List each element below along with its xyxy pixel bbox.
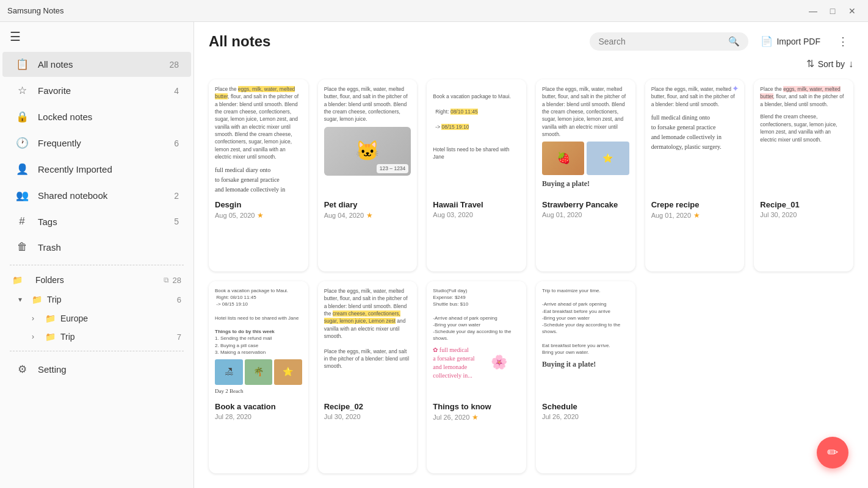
sort-arrow-button[interactable]: ↓ [848,59,853,70]
trash-icon: 🗑 [15,241,29,253]
sidebar-item-recently-imported[interactable]: 👤 Recently Imported [2,157,191,182]
note-date: Aug 01, 2020 ★ [651,211,739,220]
chevron-right-icon: › [32,314,42,323]
note-title: Strawberry Pancake [542,200,629,209]
sidebar-count: 28 [169,60,179,70]
sidebar-label: Trash [38,242,179,253]
note-card-desgin[interactable]: Place the eggs, milk, water, melted butt… [209,79,308,271]
note-title: Hawaii Travel [433,200,520,209]
note-footer: Crepe recipe Aug 01, 2020 ★ [645,195,745,226]
folders-label: Folders [35,275,164,285]
favorite-icon: ☆ [15,84,29,97]
sidebar-label: Frequently [38,138,174,148]
note-preview: Place the eggs, milk, water, melted butt… [536,79,635,195]
sidebar-item-favorite[interactable]: ☆ Favorite 4 [2,78,191,103]
note-card-pet-diary[interactable]: Place the eggs, milk, water, melted butt… [318,79,418,271]
note-date: Jul 28, 2020 [215,413,302,420]
search-input[interactable] [598,37,728,46]
preview-text: Book a vacation package to Maui. Right: … [433,85,520,160]
maximize-button[interactable]: □ [824,2,841,20]
folder-item-europe[interactable]: › 📁 Europe [0,309,193,328]
preview-text: Book a vacation package to Maui. Right: … [215,287,302,356]
sidebar: ☰ 📋 All notes 28 ☆ Favorite 4 🔒 Locked n… [0,22,194,488]
preview-text: Place the eggs, milk, water, melted butt… [324,85,411,123]
note-date: Aug 05, 2020 ★ [215,211,302,220]
note-preview: Trip to maximize your time. -Arrive ahea… [536,281,635,397]
preview-photos: 🏖 🌴 ⭐ [215,359,302,385]
note-title: Desgin [215,200,302,209]
note-preview: Book a vacation package to Maui. Right: … [209,281,308,397]
sidebar-item-setting[interactable]: ⚙ Setting [2,357,191,382]
sidebar-count: 6 [174,138,179,148]
preview-handwriting: full medical diary ontoto forsake genera… [215,165,302,195]
sidebar-count: 5 [174,217,179,226]
hamburger-menu[interactable]: ☰ [10,30,21,43]
note-card-hawaii[interactable]: Book a vacation package to Maui. Right: … [427,79,526,271]
note-card-recipe01[interactable]: Place the eggs, milk, water, melted butt… [754,79,853,271]
note-preview: Place the eggs, milk, water, melted butt… [318,281,418,397]
note-title: Schedule [542,402,629,411]
notes-grid: Place the eggs, milk, water, melted butt… [194,74,868,488]
sidebar-header: ☰ [0,22,193,51]
note-preview: Place the eggs, milk, water, melted butt… [754,79,853,195]
sidebar-item-all-notes[interactable]: 📋 All notes 28 [2,52,191,77]
folders-section[interactable]: 📁 Folders ⧉ 28 [0,270,193,290]
folder-item-trip[interactable]: ▾ 📁 Trip 6 [0,290,193,309]
photo2: 🌴 [245,359,273,385]
preview-handwriting: Day 2 Beach [215,387,302,395]
import-icon: 👤 [15,163,29,176]
note-date: Jul 26, 2020 [542,413,629,420]
note-card-schedule[interactable]: Trip to maximize your time. -Arrive ahea… [536,281,635,473]
shared-icon: 👥 [15,189,29,202]
more-options-button[interactable]: ⋮ [833,32,853,51]
note-preview: Book a vacation package to Maui. Right: … [427,79,526,195]
folder-count: 6 [177,295,181,304]
sort-icon: ⇅ [806,58,814,70]
app-title: Samsung Notes [7,6,64,15]
note-card-recipe02[interactable]: Place the eggs, milk, water, melted butt… [318,281,418,473]
note-card-strawberry[interactable]: Place the eggs, milk, water, melted butt… [536,79,635,271]
note-card-vacation[interactable]: Book a vacation package to Maui. Right: … [209,281,308,473]
note-preview: Place the eggs, milk, water, melted butt… [645,79,745,195]
decoration-star: ✦ [732,83,739,95]
minimize-button[interactable]: — [805,2,822,20]
note-title: Crepe recipe [651,200,739,209]
note-footer: Hawaii Travel Aug 03, 2020 [427,195,526,224]
sidebar-item-shared-notebook[interactable]: 👥 Shared notebook 2 [2,183,191,208]
sidebar-item-locked-notes[interactable]: 🔒 Locked notes [2,104,191,129]
note-footer: Recipe_02 Jul 30, 2020 [318,397,418,426]
image-caption: 123 – 1234 [377,164,409,173]
sidebar-count: 4 [174,86,179,96]
preview-img-2: ⭐ [587,142,629,175]
cat-image-placeholder: 🐱 [355,137,380,165]
clock-icon: 🕐 [15,137,29,149]
sidebar-item-trash[interactable]: 🗑 Trash [2,235,191,259]
note-title: Recipe_01 [760,200,847,209]
note-card-things[interactable]: Studio(Full day) Expense: $249 Shuttle b… [427,281,526,473]
sidebar-item-frequently[interactable]: 🕐 Frequently 6 [2,131,191,156]
star-icon: ★ [472,413,479,422]
note-title: Recipe_02 [324,402,411,411]
sidebar-label: Tags [38,217,174,227]
new-note-fab[interactable]: ✏ [817,437,848,468]
folder-item-trip-sub[interactable]: › 📁 Trip 7 [0,328,193,346]
divider-1 [10,265,184,265]
search-box[interactable]: 🔍 [590,32,748,51]
close-button[interactable]: ✕ [844,2,861,20]
star-icon: ★ [366,211,373,220]
page-title: All notes [209,33,270,50]
setting-icon: ⚙ [15,363,29,376]
preview-text: Place the eggs, milk, water, melted butt… [651,85,739,108]
sidebar-label: Shared notebook [38,190,174,201]
preview-handwriting: ✿ full medicala forsake generaland lemon… [433,346,476,380]
import-pdf-button[interactable]: 📄 Import PDF [756,32,825,51]
photo3: ⭐ [274,359,302,385]
note-title: Pet diary [324,200,411,209]
sort-label: Sort by [818,59,845,69]
preview-handwriting: full medical dining ontoto forsake gener… [651,113,739,152]
sidebar-item-tags[interactable]: # Tags 5 [2,209,191,234]
sidebar-label: All notes [38,59,169,70]
search-icon: 🔍 [728,36,740,47]
note-card-crepe[interactable]: Place the eggs, milk, water, melted butt… [645,79,745,271]
folder-label: Europe [60,314,181,323]
